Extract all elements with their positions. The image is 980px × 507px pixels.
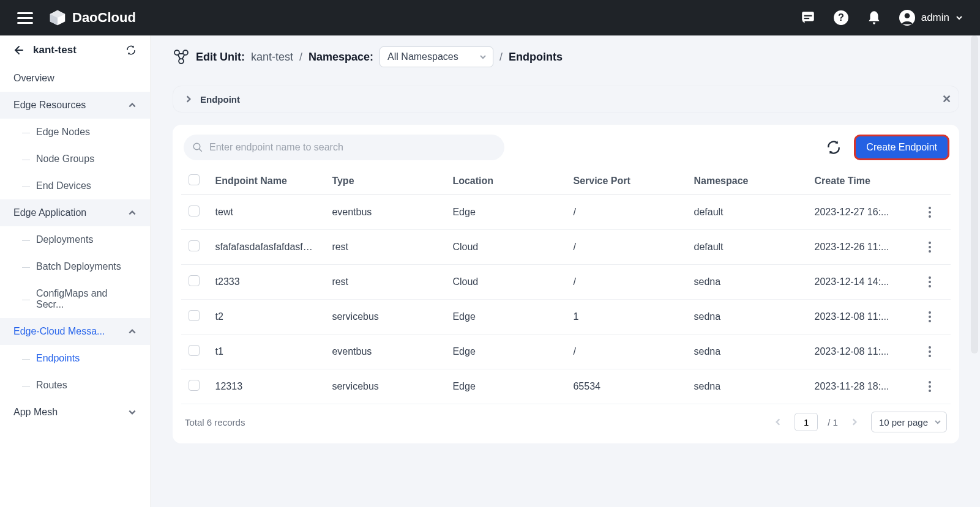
table-row[interactable]: tewteventbusEdge/default2023-12-27 16:..… <box>181 195 951 230</box>
row-actions-button[interactable] <box>922 344 937 359</box>
cell-type: rest <box>324 265 445 300</box>
svg-point-9 <box>179 59 184 64</box>
row-checkbox[interactable] <box>189 275 200 286</box>
chevron-up-icon <box>128 209 137 217</box>
search-icon <box>192 142 203 153</box>
col-create-time: Create Time <box>807 168 915 195</box>
sidebar-item-deployments[interactable]: Deployments <box>0 226 150 253</box>
cell-time: 2023-12-08 11:... <box>807 300 915 335</box>
table-row[interactable]: t2333restCloud/sedna2023-12-14 14:... <box>181 265 951 300</box>
sidebar-item-edge-nodes[interactable]: Edge Nodes <box>0 119 150 146</box>
svg-rect-2 <box>804 18 809 19</box>
cell-time: 2023-12-08 11:... <box>807 335 915 369</box>
cell-type: servicebus <box>324 300 445 335</box>
namespace-select[interactable]: All Namespaces <box>380 46 493 67</box>
cell-namespace: sedna <box>687 265 807 300</box>
cell-time: 2023-12-14 14:... <box>807 265 915 300</box>
cell-location: Edge <box>445 195 566 230</box>
row-checkbox[interactable] <box>189 345 200 356</box>
menu-icon[interactable] <box>17 10 33 26</box>
back-arrow-icon[interactable] <box>13 45 24 56</box>
row-actions-button[interactable] <box>922 205 937 220</box>
cell-type: servicebus <box>324 369 445 404</box>
strip-title: Endpoint <box>200 94 240 105</box>
page-input[interactable] <box>795 413 818 431</box>
table-header-row: Endpoint Name Type Location Service Port… <box>181 168 951 195</box>
help-icon[interactable]: ? <box>833 10 849 26</box>
sidebar-item-configmaps[interactable]: ConfigMaps and Secr... <box>0 280 150 318</box>
cell-namespace: sedna <box>687 300 807 335</box>
cell-location: Edge <box>445 335 566 369</box>
chevron-right-icon[interactable] <box>184 95 193 103</box>
sidebar-item-overview[interactable]: Overview <box>0 65 150 92</box>
sidebar-item-routes[interactable]: Routes <box>0 372 150 399</box>
col-service-port: Service Port <box>566 168 686 195</box>
row-checkbox[interactable] <box>189 205 200 216</box>
cell-namespace: sedna <box>687 369 807 404</box>
next-page-button[interactable] <box>848 415 861 429</box>
cell-name: 12313 <box>208 369 325 404</box>
breadcrumb: Edit Unit: kant-test / Namespace: All Na… <box>173 46 959 67</box>
prev-page-button[interactable] <box>771 415 785 429</box>
chat-icon[interactable] <box>800 10 816 26</box>
scrollbar[interactable] <box>969 35 980 507</box>
table-row[interactable]: t1eventbusEdge/sedna2023-12-08 11:... <box>181 335 951 369</box>
back-row: kant-test <box>0 35 150 65</box>
brand[interactable]: DaoCloud <box>49 9 136 26</box>
svg-text:?: ? <box>838 12 844 23</box>
edit-unit-label: Edit Unit: <box>196 51 245 64</box>
chevron-up-icon <box>128 327 137 336</box>
per-page-label: 10 per page <box>879 417 928 427</box>
svg-rect-1 <box>804 15 812 17</box>
cell-port: / <box>566 265 686 300</box>
cell-location: Cloud <box>445 265 566 300</box>
cell-location: Edge <box>445 300 566 335</box>
cell-port: / <box>566 230 686 265</box>
col-location: Location <box>445 168 566 195</box>
col-namespace: Namespace <box>687 168 807 195</box>
table-row[interactable]: t2servicebusEdge1sedna2023-12-08 11:... <box>181 300 951 335</box>
cell-name: tewt <box>208 195 325 230</box>
toolbar: Create Endpoint <box>181 135 951 168</box>
table-row[interactable]: sfafafasdafasfafdasfa...restCloud/defaul… <box>181 230 951 265</box>
row-checkbox[interactable] <box>189 380 200 391</box>
row-actions-button[interactable] <box>922 275 937 289</box>
col-endpoint-name: Endpoint Name <box>208 168 325 195</box>
sidebar-section-edge-cloud-messaging[interactable]: Edge-Cloud Messa... <box>0 318 150 345</box>
avatar-icon <box>899 10 915 26</box>
user-menu[interactable]: admin <box>899 10 963 26</box>
sidebar-section-edge-application[interactable]: Edge Application <box>0 199 150 226</box>
row-checkbox[interactable] <box>189 240 200 251</box>
per-page-select[interactable]: 10 per page <box>871 412 947 432</box>
close-icon[interactable]: ✕ <box>942 92 951 106</box>
cell-type: eventbus <box>324 195 445 230</box>
brand-cube-icon <box>49 9 66 26</box>
search-input[interactable] <box>184 135 504 160</box>
select-all-checkbox[interactable] <box>189 174 200 185</box>
cell-time: 2023-12-26 11:... <box>807 230 915 265</box>
bell-icon[interactable] <box>866 10 882 26</box>
cell-type: rest <box>324 230 445 265</box>
row-checkbox[interactable] <box>189 310 200 321</box>
sidebar-section-app-mesh[interactable]: App Mesh <box>0 399 150 426</box>
table-row[interactable]: 12313servicebusEdge65534sedna2023-11-28 … <box>181 369 951 404</box>
separator: / <box>499 51 503 64</box>
sidebar-item-node-groups[interactable]: Node Groups <box>0 146 150 172</box>
refresh-icon[interactable] <box>826 139 842 155</box>
brand-text: DaoCloud <box>72 10 136 26</box>
sidebar-item-end-devices[interactable]: End Devices <box>0 172 150 199</box>
row-actions-button[interactable] <box>922 309 937 324</box>
row-actions-button[interactable] <box>922 379 937 394</box>
sidebar-section-edge-resources[interactable]: Edge Resources <box>0 92 150 119</box>
sidebar-item-batch-deployments[interactable]: Batch Deployments <box>0 253 150 280</box>
separator: / <box>299 51 302 64</box>
row-actions-button[interactable] <box>922 240 937 254</box>
sync-icon[interactable] <box>125 45 137 56</box>
topbar: DaoCloud ? admin <box>0 0 980 35</box>
sidebar-item-endpoints[interactable]: Endpoints <box>0 345 150 372</box>
unit-link[interactable]: kant-test <box>251 51 293 64</box>
cell-name: sfafafasdafasfafdasfa... <box>208 230 325 265</box>
cell-port: 1 <box>566 300 686 335</box>
cell-port: 65534 <box>566 369 686 404</box>
create-endpoint-button[interactable]: Create Endpoint <box>855 136 948 159</box>
